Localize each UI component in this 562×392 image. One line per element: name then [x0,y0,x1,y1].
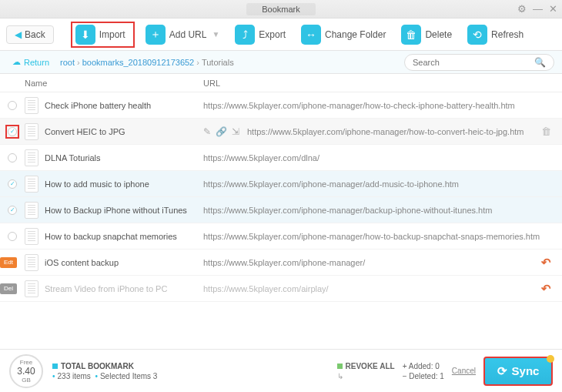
row-name: Stream Video from iPhone to PC [45,284,203,293]
table-row[interactable]: How to add music to iphonehttps://www.5k… [0,171,562,197]
table-row[interactable]: EdtiOS content backuphttps://www.5kplaye… [0,250,562,276]
export-label: Export [259,29,286,40]
undo-icon[interactable]: ↶ [541,282,551,296]
breadcrumb-separator: › [196,58,199,67]
row-name: Check iPhone battery health [45,101,203,110]
back-label: Back [25,29,45,40]
row-url: https://www.5kplayer.com/iphone-manager/… [203,101,562,110]
items-count: 233 items [58,372,91,380]
row-url: https://www.5kplayer.com/iphone-manager/… [203,232,562,241]
minimize-icon[interactable]: — [533,3,543,15]
table-row[interactable]: Convert HEIC to JPG✎🔗⇲https://www.5kplay… [0,119,562,145]
revoke-label: REVOKE ALL [346,362,395,370]
link-icon[interactable]: 🔗 [216,126,227,137]
file-icon [25,280,38,297]
breadcrumb[interactable]: root [60,58,75,67]
import-button[interactable]: ⬇ Import [71,22,135,48]
deleted-label: Deleted: [409,372,437,380]
free-unit: GB [22,377,31,384]
file-icon [25,254,38,271]
status-badge: Edt [0,257,17,268]
table-body: Check iPhone battery healthhttps://www.5… [0,92,562,302]
breadcrumb[interactable]: bookmarks_20180912173652 [82,58,195,67]
deleted-value: 1 [440,372,444,380]
table-row[interactable]: Check iPhone battery healthhttps://www.5… [0,92,562,119]
search-input[interactable] [413,58,534,67]
cancel-link[interactable]: Cancel [452,367,476,375]
row-checkbox[interactable] [8,179,17,189]
search-input-container[interactable]: 🔍 [404,54,554,71]
row-name: DLNA Toturials [45,153,203,162]
trash-icon: 🗑 [401,25,421,45]
return-icon: ☁ [12,57,21,67]
table-row[interactable]: DLNA Toturialshttps://www.5kplayer.com/d… [0,145,562,171]
notification-dot-icon [547,355,554,363]
revoke-arrow-icon[interactable]: ↳ [337,372,395,380]
pathbar: ☁ Return root › bookmarks_20180912173652… [0,51,562,74]
change-folder-label: Change Folder [325,29,386,40]
status-badge: Del [0,283,17,294]
back-button[interactable]: ◀ Back [6,25,54,44]
link2-icon[interactable]: ⇲ [232,126,239,137]
file-icon [25,176,38,193]
column-url[interactable]: URL [203,79,562,88]
table-header: Name URL [0,74,562,92]
refresh-button[interactable]: ⟲ Refresh [463,22,528,47]
add-url-button[interactable]: ＋ Add URL ▼ [141,22,225,47]
table-row[interactable]: How to backup snapchat memorieshttps://w… [0,223,562,250]
chevron-left-icon: ◀ [15,29,22,40]
refresh-icon: ⟲ [467,25,487,45]
breadcrumb-current: Tutorials [202,58,234,67]
row-trash-icon[interactable]: 🗑 [541,126,551,137]
close-icon[interactable]: ✕ [549,3,557,15]
row-name: How to backup snapchat memories [45,232,203,241]
row-checkbox[interactable] [8,153,17,162]
free-value: 3.40 [17,366,35,377]
undo-icon[interactable]: ↶ [541,256,551,270]
row-url: https://www.5kplayer.com/dlna/ [203,153,562,162]
titlebar: Bookmark ⚙ — ✕ [0,0,562,18]
row-checkbox[interactable] [8,101,17,110]
revoke-panel: REVOKE ALL ↳ + Added: 0 − Deleted: 1 [337,362,444,380]
file-icon [25,149,38,166]
search-icon: 🔍 [534,57,546,68]
delete-button[interactable]: 🗑 Delete [396,22,457,47]
window-controls: ⚙ — ✕ [517,3,557,15]
total-label: TOTAL BOOKMARK [61,362,134,370]
return-button[interactable]: ☁ Return [8,55,54,69]
file-icon [25,228,38,245]
row-name: How to Backup iPhone without iTunes [45,206,203,215]
row-checkbox[interactable] [8,206,17,215]
window-title: Bookmark [246,3,316,15]
row-checkbox[interactable] [8,232,17,241]
delete-label: Delete [425,29,452,40]
table-row[interactable]: How to Backup iPhone without iTuneshttps… [0,197,562,223]
row-url: https://www.5kplayer.com/airplay/ [203,284,562,293]
file-icon [25,202,38,219]
free-label: Free [20,359,32,366]
edit-icon[interactable]: ✎ [203,126,211,137]
column-name[interactable]: Name [25,79,203,88]
import-icon: ⬇ [75,25,95,45]
export-icon: ⤴ [235,25,255,45]
row-actions: ✎🔗⇲ [203,126,239,137]
selected-count: Selected Items 3 [100,372,157,380]
sync-label: Sync [512,364,540,377]
file-icon [25,97,38,114]
export-button[interactable]: ⤴ Export [230,22,290,47]
sync-button[interactable]: ⟳ Sync [483,357,553,386]
file-icon [25,123,38,140]
change-folder-button[interactable]: ↔ Change Folder [296,22,390,47]
chevron-down-icon: ▼ [212,30,219,39]
folder-icon: ↔ [301,25,321,45]
table-row[interactable]: DelStream Video from iPhone to PChttps:/… [0,276,562,302]
row-name: iOS content backup [45,258,203,267]
free-space-gauge: Free 3.40 GB [9,354,43,388]
footer: Free 3.40 GB TOTAL BOOKMARK •233 items •… [0,349,562,392]
added-value: 0 [435,362,440,370]
totals: TOTAL BOOKMARK •233 items •Selected Item… [52,362,157,380]
import-label: Import [99,29,125,40]
row-checkbox[interactable] [8,127,17,136]
row-url: https://www.5kplayer.com/iphone-manager/ [203,258,562,267]
gear-icon[interactable]: ⚙ [517,3,527,15]
